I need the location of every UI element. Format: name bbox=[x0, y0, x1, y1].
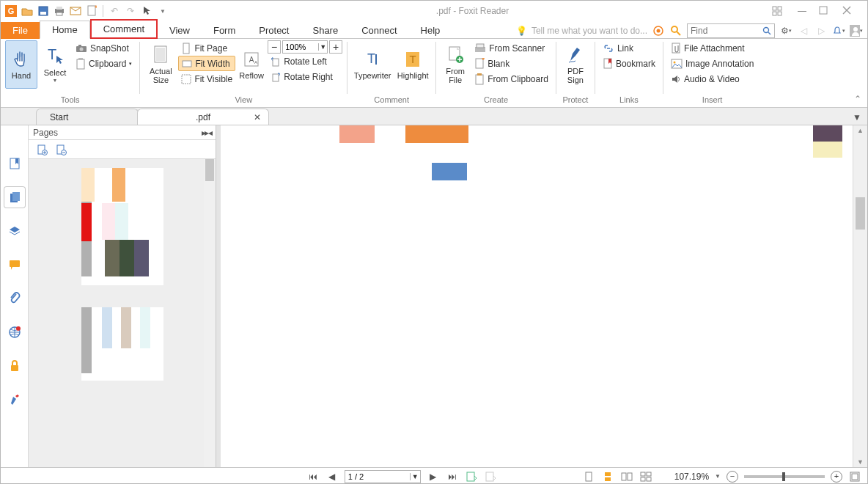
pdf-sign-button[interactable]: PDF Sign bbox=[561, 40, 590, 89]
zoom-input[interactable] bbox=[283, 43, 318, 51]
rail-security-icon[interactable] bbox=[4, 356, 25, 376]
tab-file[interactable]: File bbox=[1, 22, 40, 39]
rail-bookmarks-icon[interactable] bbox=[4, 153, 25, 174]
view-continuous-facing-icon[interactable] bbox=[639, 470, 652, 483]
settings-icon[interactable]: ⚙▾ bbox=[779, 24, 792, 37]
snapshot-button[interactable]: SnapShot bbox=[73, 40, 135, 56]
cursor-mode-icon[interactable] bbox=[139, 4, 154, 18]
page-input[interactable] bbox=[345, 472, 410, 481]
audio-video-button[interactable]: Audio & Video bbox=[668, 71, 757, 87]
collapse-ribbon-icon[interactable]: ⌃ bbox=[854, 94, 861, 104]
typewriter-button[interactable]: T Typewriter bbox=[352, 40, 393, 89]
doc-tab-start[interactable]: Start bbox=[36, 109, 139, 125]
document-canvas[interactable] bbox=[221, 125, 853, 467]
tab-home[interactable]: Home bbox=[40, 21, 90, 39]
zoom-out-button[interactable]: − bbox=[268, 40, 281, 54]
hand-button[interactable]: Hand bbox=[5, 40, 37, 89]
document-scrollbar[interactable]: ▲ ▼ bbox=[853, 125, 867, 467]
prev-icon[interactable]: ◁ bbox=[797, 24, 810, 37]
link-button[interactable]: Link bbox=[600, 40, 658, 56]
heart-icon[interactable] bbox=[652, 24, 665, 37]
user-icon[interactable]: ▾ bbox=[850, 24, 863, 37]
select-button[interactable]: T Select ▼ bbox=[39, 40, 71, 89]
fit-width-button[interactable]: Fit Width bbox=[178, 56, 235, 71]
qat-dropdown-icon[interactable]: ▼ bbox=[155, 4, 170, 18]
view-facing-icon[interactable] bbox=[620, 470, 633, 483]
close-icon[interactable] bbox=[842, 6, 856, 16]
actual-size-button[interactable]: Actual Size bbox=[144, 40, 177, 89]
zoom-in-status-button[interactable]: + bbox=[831, 471, 842, 483]
clipboard-button[interactable]: Clipboard▾ bbox=[73, 56, 135, 71]
page-layout-2-icon[interactable] bbox=[484, 470, 497, 483]
tab-connect[interactable]: Connect bbox=[350, 22, 408, 39]
thumbs-scrollbar[interactable] bbox=[204, 159, 216, 467]
redo-icon[interactable]: ↷ bbox=[123, 4, 138, 18]
bookmark-button[interactable]: Bookmark bbox=[600, 56, 658, 71]
from-scanner-button[interactable]: From Scanner bbox=[471, 40, 551, 56]
find-box[interactable] bbox=[687, 23, 775, 38]
bell-icon[interactable]: ▾ bbox=[832, 24, 845, 37]
file-attachment-button[interactable]: File Attachment bbox=[668, 40, 757, 56]
zoom-dropdown-icon[interactable]: ▼ bbox=[318, 43, 327, 51]
image-annotation-button[interactable]: Image Annotation bbox=[668, 56, 757, 71]
zoom-percent-dropdown[interactable]: ▼ bbox=[715, 473, 721, 480]
email-icon[interactable] bbox=[68, 4, 83, 18]
thumb-enlarge-icon[interactable] bbox=[36, 144, 48, 155]
from-file-button[interactable]: From File bbox=[441, 40, 470, 89]
new-icon[interactable]: * bbox=[84, 4, 99, 18]
last-page-button[interactable]: ⏭ bbox=[446, 470, 459, 483]
thumb-reduce-icon[interactable] bbox=[55, 144, 67, 155]
blank-button[interactable]: *Blank bbox=[471, 56, 551, 71]
first-page-button[interactable]: ⏮ bbox=[306, 470, 320, 483]
rail-share-icon[interactable] bbox=[4, 322, 25, 342]
tab-help[interactable]: Help bbox=[409, 22, 452, 39]
highlight-button[interactable]: T Highlight bbox=[394, 40, 431, 89]
from-clipboard-button[interactable]: From Clipboard bbox=[471, 71, 551, 87]
thumbnail-2[interactable] bbox=[81, 307, 163, 381]
view-single-icon[interactable] bbox=[582, 470, 595, 483]
tab-comment[interactable]: Comment bbox=[90, 19, 158, 39]
expand-icon[interactable] bbox=[772, 6, 785, 16]
next-icon[interactable]: ▷ bbox=[814, 24, 828, 37]
undo-icon[interactable]: ↶ bbox=[107, 4, 122, 18]
tab-protect[interactable]: Protect bbox=[247, 22, 301, 39]
maximize-icon[interactable] bbox=[819, 6, 832, 16]
page-number-box[interactable]: ▼ bbox=[345, 470, 421, 483]
fit-visible-button[interactable]: Fit Visible bbox=[178, 71, 235, 87]
rail-pages-icon[interactable] bbox=[4, 187, 25, 208]
thumbnail-1[interactable] bbox=[81, 168, 163, 285]
fullscreen-icon[interactable] bbox=[848, 470, 861, 483]
rotate-left-button[interactable]: Rotate Left bbox=[268, 54, 342, 69]
zoom-slider[interactable] bbox=[744, 475, 825, 478]
rail-attachments-icon[interactable] bbox=[4, 288, 25, 309]
next-page-button[interactable]: ▶ bbox=[427, 470, 440, 483]
pages-collapse-icon[interactable]: ▸▸ ◂ bbox=[202, 128, 211, 138]
print-icon[interactable] bbox=[52, 4, 67, 18]
rail-layers-icon[interactable] bbox=[4, 221, 25, 241]
rail-comments-icon[interactable] bbox=[4, 254, 25, 275]
page-layout-1-icon[interactable] bbox=[465, 470, 478, 483]
view-continuous-icon[interactable] bbox=[601, 470, 614, 483]
app-icon[interactable]: G bbox=[4, 4, 18, 18]
find-input[interactable] bbox=[691, 26, 748, 36]
close-tab-icon[interactable]: ✕ bbox=[254, 112, 261, 122]
tell-me-search[interactable]: 💡 Tell me what you want to do... bbox=[516, 26, 647, 36]
fit-page-button[interactable]: Fit Page bbox=[178, 40, 235, 56]
tab-view[interactable]: View bbox=[158, 22, 202, 39]
zoom-in-button[interactable]: + bbox=[329, 40, 342, 54]
minimize-icon[interactable]: — bbox=[795, 6, 809, 16]
tab-form[interactable]: Form bbox=[202, 22, 247, 39]
rotate-right-button[interactable]: Rotate Right bbox=[268, 69, 342, 84]
page-dropdown-icon[interactable]: ▼ bbox=[410, 473, 420, 480]
doc-tab-current[interactable]: .pdf✕ bbox=[137, 109, 269, 125]
search-icon[interactable] bbox=[669, 24, 683, 37]
rail-signatures-icon[interactable] bbox=[4, 389, 25, 410]
open-icon[interactable] bbox=[20, 4, 34, 18]
zoom-combo[interactable]: ▼ bbox=[282, 40, 328, 54]
reflow-button[interactable]: AA Reflow bbox=[237, 40, 266, 89]
prev-page-button[interactable]: ◀ bbox=[326, 470, 339, 483]
zoom-out-status-button[interactable]: − bbox=[727, 471, 738, 483]
find-search-icon[interactable] bbox=[762, 26, 771, 35]
tab-share[interactable]: Share bbox=[301, 22, 350, 39]
doc-tabs-dropdown-icon[interactable]: ▼ bbox=[853, 112, 861, 122]
